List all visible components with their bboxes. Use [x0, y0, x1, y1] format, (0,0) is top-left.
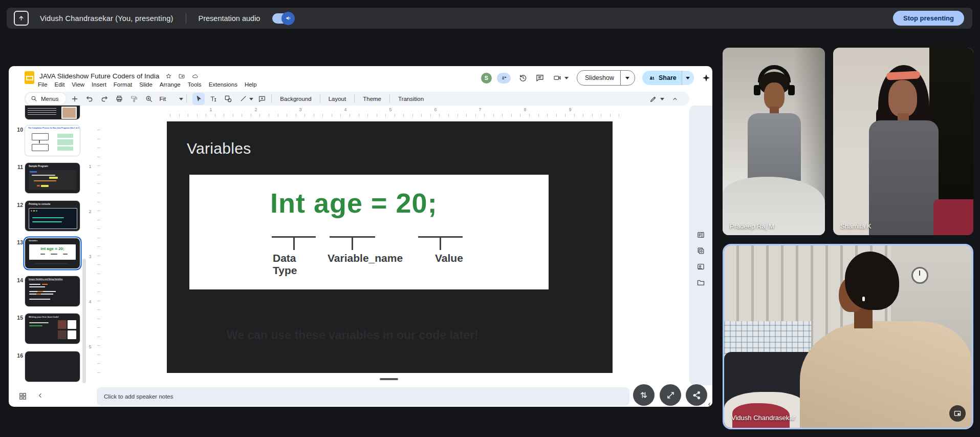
menus-label: Menus: [41, 96, 59, 102]
pen-tool-icon[interactable]: [649, 95, 664, 103]
slide-number: 13: [13, 239, 23, 245]
thumb-green-box: [57, 147, 73, 151]
fullscreen-expand-button[interactable]: [660, 384, 681, 406]
thumb-title: Printing to console: [29, 203, 50, 205]
thumb-green-box: [57, 134, 73, 138]
filmstrip-scrollbar[interactable]: [82, 259, 86, 383]
menu-file[interactable]: File: [34, 80, 51, 89]
presentation-audio-toggle[interactable]: [272, 13, 294, 24]
print-button[interactable]: [113, 93, 125, 105]
document-title[interactable]: JAVA Slideshow Future Coders of India: [39, 72, 159, 80]
slide-image-box[interactable]: Int age = 20; Data Type Variable_name Va…: [189, 175, 549, 289]
copies-panel-icon[interactable]: [696, 246, 705, 255]
slide-thumbnail-9-partial[interactable]: [25, 106, 80, 119]
hide-menus-chevron[interactable]: [671, 95, 679, 102]
slide-number: 16: [13, 352, 23, 359]
redo-button[interactable]: [98, 93, 111, 105]
scroll-updown-button[interactable]: [633, 384, 655, 406]
move-folder-icon[interactable]: [178, 73, 185, 79]
collaborator-avatar[interactable]: S: [481, 73, 492, 84]
canvas-scroll-indicator[interactable]: [380, 378, 398, 380]
picture-in-picture-button[interactable]: [949, 405, 966, 422]
following-presenter-chip[interactable]: [497, 73, 511, 84]
undo-button[interactable]: [83, 93, 96, 105]
participant-name: Sharnita K: [840, 222, 872, 230]
thumb-text-row: [29, 291, 75, 292]
photo-person-panel-icon[interactable]: [696, 262, 705, 271]
zoom-fit-select[interactable]: Fit: [160, 96, 166, 102]
thumb-code-line: [32, 175, 55, 176]
video-tile-vidush-active[interactable]: Vidush Chandrasekar: [723, 244, 973, 429]
thumb-text-row: [29, 294, 75, 295]
menu-bar: File Edit View Insert Format Slide Arran…: [34, 80, 260, 89]
slide-thumbnail-14[interactable]: Integer Variables and String Variables: [25, 276, 80, 306]
background-button[interactable]: Background: [275, 96, 316, 102]
slide-number: 11: [13, 164, 23, 170]
menu-slide[interactable]: Slide: [136, 80, 156, 89]
comments-icon[interactable]: [535, 73, 545, 82]
select-tool-button[interactable]: [192, 93, 205, 105]
menu-arrange[interactable]: Arrange: [156, 80, 184, 89]
menu-edit[interactable]: Edit: [51, 80, 69, 89]
zoom-icon[interactable]: [143, 93, 155, 105]
slide-thumbnail-13-selected[interactable]: Variables Int age = 20;: [25, 238, 80, 268]
menu-view[interactable]: View: [68, 80, 88, 89]
paint-format-icon[interactable]: [128, 93, 140, 105]
pen-dropdown-caret[interactable]: [660, 98, 664, 102]
thumb-white-box: Int age = 20;: [29, 244, 76, 260]
textbox-tool-button[interactable]: [207, 93, 220, 105]
version-history-icon[interactable]: [518, 73, 528, 82]
video-tile-sharnita[interactable]: Sharnita K: [833, 48, 973, 235]
stop-presenting-button[interactable]: Stop presenting: [893, 11, 964, 26]
gemini-spark-icon[interactable]: [702, 73, 711, 82]
slide-thumbnail-15[interactable]: Writing your first Java Code!: [25, 314, 80, 344]
slideshow-button[interactable]: Slideshow: [577, 70, 635, 86]
slide-number: 12: [13, 202, 23, 208]
slide-thumbnail-11[interactable]: Sample Program:: [25, 163, 80, 193]
shape-tool-button[interactable]: [222, 93, 234, 105]
slideshow-dropdown[interactable]: [620, 71, 635, 85]
label-data-type: Data Type: [273, 252, 306, 276]
fit-dropdown-caret[interactable]: [179, 98, 183, 102]
cards-panel-icon[interactable]: [696, 231, 705, 239]
slideshow-label: Slideshow: [577, 74, 620, 81]
menu-insert[interactable]: Insert: [88, 80, 110, 89]
new-slide-button[interactable]: [69, 93, 81, 105]
transition-button[interactable]: Transition: [393, 96, 429, 102]
presentation-audio-label: Presentation audio: [199, 14, 260, 23]
speaker-notes-input[interactable]: Click to add speaker notes: [97, 387, 629, 406]
insert-comment-button[interactable]: [256, 93, 268, 105]
share-dropdown[interactable]: [682, 71, 694, 85]
camera-dropdown-caret[interactable]: [564, 77, 569, 81]
ruler-number: 8: [524, 107, 526, 112]
slide-thumbnail-12[interactable]: Printing to console: [25, 201, 80, 231]
layout-button[interactable]: Layout: [323, 96, 352, 102]
theme-button[interactable]: Theme: [358, 96, 386, 102]
grid-view-icon[interactable]: [18, 392, 27, 401]
slide-canvas[interactable]: Variables Int age = 20; Data Type Variab…: [167, 121, 613, 373]
share-nodes-button[interactable]: [686, 384, 707, 406]
collapse-filmstrip-chevron[interactable]: [37, 392, 44, 399]
line-tool-button[interactable]: [237, 93, 249, 105]
star-icon[interactable]: [165, 73, 172, 79]
thumb-text-row: [29, 322, 49, 323]
menu-extensions[interactable]: Extensions: [205, 80, 241, 89]
ruler-number: 6: [434, 107, 437, 112]
slide-thumbnail-16[interactable]: [25, 351, 80, 382]
share-button[interactable]: Share: [642, 71, 694, 85]
slide-title-text[interactable]: Variables: [187, 140, 251, 157]
shirt: [748, 113, 801, 181]
clock-hand: [919, 270, 920, 276]
line-dropdown-caret[interactable]: [249, 98, 253, 102]
menu-help[interactable]: Help: [241, 80, 260, 89]
video-tile-pradeep[interactable]: Pradeep Raj M: [723, 48, 825, 235]
folder-panel-icon[interactable]: [696, 278, 705, 287]
cloud-status-icon[interactable]: [191, 73, 199, 79]
slide-thumbnail-10[interactable]: The Compilation Process for Non-Java Pro…: [25, 126, 80, 156]
thumb-text-lines: [28, 108, 56, 115]
menus-search-button[interactable]: Menus: [26, 93, 66, 105]
meet-camera-icon[interactable]: [552, 74, 569, 82]
menu-tools[interactable]: Tools: [184, 80, 205, 89]
menu-format[interactable]: Format: [110, 80, 136, 89]
video-feed: [833, 48, 973, 235]
